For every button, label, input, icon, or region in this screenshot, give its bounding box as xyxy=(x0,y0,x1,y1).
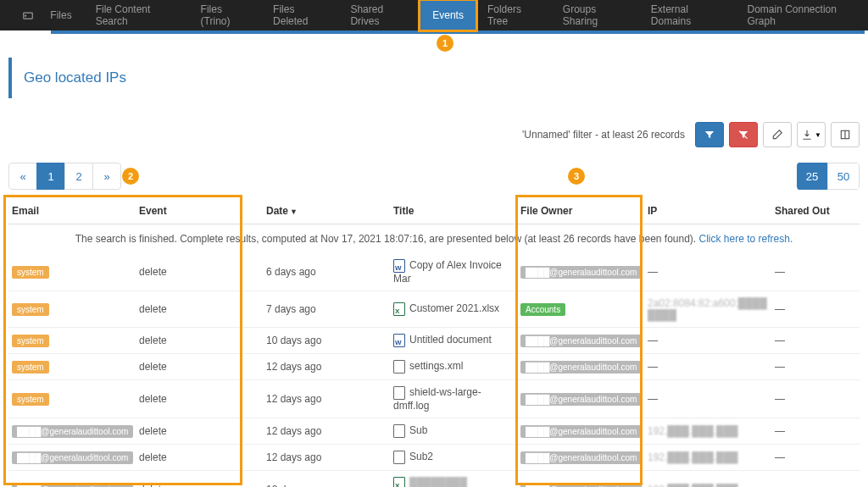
file-type-icon xyxy=(393,302,405,316)
cell-ip: — xyxy=(644,380,771,418)
filter-toolbar: 'Unnamed' filter - at least 26 records ▼ xyxy=(0,122,860,147)
cell-date: 10 days ago xyxy=(263,328,390,354)
email-badge: ████@generalaudittool.com xyxy=(12,425,133,438)
cell-event: delete xyxy=(136,253,263,291)
refresh-link[interactable]: Click here to refresh. xyxy=(699,233,793,245)
cell-event: delete xyxy=(136,328,263,354)
cell-date: 12 days ago xyxy=(263,445,390,471)
file-type-icon xyxy=(393,451,405,464)
file-type-icon xyxy=(393,386,405,400)
owner-badge: ████@generalaudittool.com xyxy=(520,335,642,347)
email-badge: ████@generalaudittool.com xyxy=(12,451,133,464)
cell-shared: — xyxy=(771,445,860,471)
col-title[interactable]: Title xyxy=(390,198,517,224)
cell-shared: — xyxy=(771,291,860,328)
cell-shared: — xyxy=(771,354,860,380)
owner-badge: ████@generalaudittool.com xyxy=(520,361,642,374)
filter-summary: 'Unnamed' filter - at least 26 records xyxy=(522,129,685,141)
email-badge: system xyxy=(12,266,49,279)
page-header: Geo located IPs xyxy=(8,58,868,98)
cell-date: 12 days ago xyxy=(263,471,390,488)
owner-badge: ████@generalaudittool.com xyxy=(520,425,642,438)
status-text: The search is finished. Complete results… xyxy=(75,233,699,245)
col-date-label: Date xyxy=(266,205,288,217)
col-email[interactable]: Email xyxy=(8,198,136,224)
nav-tab-files[interactable]: Files xyxy=(38,0,83,30)
page-2[interactable]: 2 xyxy=(64,163,93,190)
nav-tab-files-trino[interactable]: Files (Trino) xyxy=(189,0,261,30)
page-prev[interactable]: « xyxy=(8,163,37,190)
results-table: Email Event Date▼ Title File Owner IP Sh… xyxy=(8,198,860,487)
filter-icon xyxy=(704,129,715,141)
file-type-icon xyxy=(393,424,405,438)
eraser-button[interactable] xyxy=(763,122,792,147)
cell-title: Sub xyxy=(390,418,517,445)
page-size-25[interactable]: 25 xyxy=(797,163,828,190)
nav-tab-shared-drives[interactable]: Shared Drives xyxy=(338,0,420,30)
nav-tab-file-content-search[interactable]: File Content Search xyxy=(84,0,189,30)
annotation-marker-3: 3 xyxy=(568,168,585,185)
owner-badge: ████@generalaudittool.com xyxy=(520,266,642,279)
page-1[interactable]: 1 xyxy=(36,163,65,190)
cell-title: settings.xml xyxy=(390,354,517,380)
cell-date: 7 days ago xyxy=(263,291,390,328)
filter-button[interactable] xyxy=(695,122,724,147)
caret-down-icon: ▼ xyxy=(815,131,821,139)
nav-tab-domain-connection-graph[interactable]: Domain Connection Graph xyxy=(736,0,869,30)
cell-event: delete xyxy=(136,471,263,488)
cell-ip: — xyxy=(644,253,771,291)
table-row: ████@generalaudittool.comdelete12 days a… xyxy=(8,418,860,445)
cell-ip: — xyxy=(644,354,771,380)
col-date[interactable]: Date▼ xyxy=(263,198,390,224)
page-size-50[interactable]: 50 xyxy=(827,163,860,190)
nav-tab-external-domains[interactable]: External Domains xyxy=(639,0,736,30)
email-badge: system xyxy=(12,335,49,347)
file-type-icon xyxy=(393,477,405,487)
top-nav: Files File Content Search Files (Trino) … xyxy=(0,0,868,30)
clear-filter-button[interactable] xyxy=(729,122,758,147)
page-size-selector: 25 50 xyxy=(797,163,860,190)
nav-tab-files-deleted[interactable]: Files Deleted xyxy=(261,0,338,30)
col-event[interactable]: Event xyxy=(136,198,263,224)
email-badge: system xyxy=(12,393,49,406)
cell-title: Untitled document xyxy=(390,328,517,354)
col-shared[interactable]: Shared Out xyxy=(771,198,860,224)
file-type-icon xyxy=(393,259,405,273)
cell-title: Copy of Alex Invoice Mar xyxy=(390,253,517,291)
nav-underline xyxy=(51,30,865,34)
columns-button[interactable] xyxy=(831,122,860,147)
nav-tab-folders-tree[interactable]: Folders Tree xyxy=(476,0,551,30)
email-badge: ████@generalaudittool.com xyxy=(12,484,133,488)
cell-shared: — xyxy=(771,471,860,488)
drive-icon xyxy=(17,0,38,30)
table-row: systemdelete12 days agosettings.xml████@… xyxy=(8,354,860,380)
cell-shared: — xyxy=(771,380,860,418)
download-button[interactable]: ▼ xyxy=(797,122,826,147)
results-table-wrapper: Email Event Date▼ Title File Owner IP Sh… xyxy=(8,198,860,487)
pagination: « 1 2 » xyxy=(8,163,121,190)
nav-tab-events[interactable]: Events xyxy=(420,0,476,30)
cell-ip: 192.███.███.███ xyxy=(644,471,771,488)
cell-event: delete xyxy=(136,291,263,328)
table-row: ████@generalaudittool.comdelete12 days a… xyxy=(8,445,860,471)
file-type-icon xyxy=(393,334,405,347)
cell-shared: — xyxy=(771,418,860,445)
pagination-row: « 1 2 » 2 3 25 50 xyxy=(8,163,860,190)
table-row: systemdelete6 days agoCopy of Alex Invoi… xyxy=(8,253,860,291)
page-next[interactable]: » xyxy=(92,163,121,190)
status-row: The search is finished. Complete results… xyxy=(8,224,860,254)
col-ip[interactable]: IP xyxy=(644,198,771,224)
sort-desc-icon: ▼ xyxy=(290,208,298,216)
owner-badge: ████@generalaudittool.com xyxy=(520,393,642,406)
owner-badge: ████@generalaudittool.com xyxy=(520,451,642,464)
table-row: systemdelete12 days agoshield-ws-large-d… xyxy=(8,380,860,418)
table-row: systemdelete7 days agoCustomer 2021.xlsx… xyxy=(8,291,860,328)
cell-title: shield-ws-large-dmff.log xyxy=(390,380,517,418)
cell-date: 12 days ago xyxy=(263,380,390,418)
download-icon xyxy=(801,129,813,141)
nav-tab-groups-sharing[interactable]: Groups Sharing xyxy=(551,0,639,30)
file-type-icon xyxy=(393,360,405,374)
cell-shared: — xyxy=(771,253,860,291)
col-owner[interactable]: File Owner xyxy=(517,198,644,224)
cell-title: ████████Broken Inheritance Report xyxy=(390,471,517,488)
